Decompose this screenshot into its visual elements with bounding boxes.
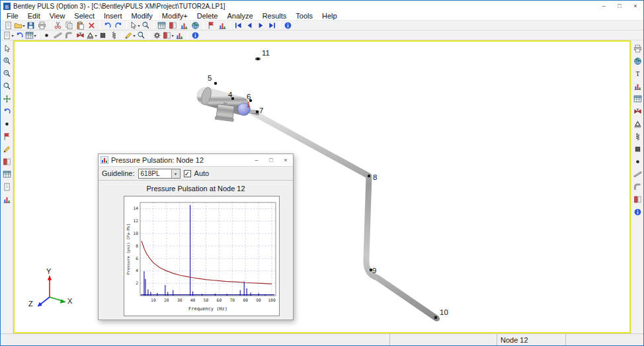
menu-modify[interactable]: Modify: [126, 11, 157, 21]
add-bend-button[interactable]: [63, 30, 75, 40]
chart-view-button[interactable]: [1, 193, 13, 206]
node-pick-button[interactable]: [1, 118, 13, 130]
print-icon: [38, 21, 46, 30]
node-tool-button[interactable]: [632, 155, 643, 168]
open-button[interactable]: ▾: [14, 21, 25, 30]
table-view-button[interactable]: [1, 168, 13, 181]
add-node-button[interactable]: [41, 30, 52, 40]
zoom-in-button[interactable]: [1, 55, 13, 67]
undo-button[interactable]: [102, 21, 113, 30]
sheet-view-button[interactable]: [1, 181, 13, 193]
next-mode-button[interactable]: [255, 21, 266, 30]
minimize-button[interactable]: –: [596, 1, 612, 11]
menu-modify-plus[interactable]: Modify+: [157, 11, 192, 21]
dialog-minimize-button[interactable]: –: [249, 154, 264, 167]
menu-edit[interactable]: Edit: [23, 11, 45, 21]
menu-help[interactable]: Help: [317, 11, 342, 21]
project-icon: [3, 31, 11, 40]
spring-tool-button[interactable]: [632, 130, 643, 143]
analyze-button[interactable]: [151, 30, 163, 40]
copy-button[interactable]: [63, 21, 75, 30]
mass-tool-button[interactable]: [632, 143, 643, 155]
first-mode-button[interactable]: [233, 21, 244, 30]
select-button[interactable]: ▾: [129, 21, 140, 30]
graph-button[interactable]: [217, 21, 228, 30]
zoom-extents-button[interactable]: [140, 21, 151, 30]
redo-button[interactable]: [113, 21, 124, 30]
menu-select[interactable]: Select: [69, 11, 99, 21]
menu-file[interactable]: File: [2, 11, 23, 21]
guideline-combobox[interactable]: 618PL ▾: [138, 169, 181, 179]
auto-checkbox[interactable]: ✓: [184, 170, 191, 177]
input-table-button[interactable]: [156, 21, 167, 30]
node-label-11: 11: [262, 49, 270, 57]
close-button[interactable]: ×: [627, 1, 643, 11]
menu-delete[interactable]: Delete: [192, 11, 223, 21]
delete-button[interactable]: [86, 21, 97, 30]
open-icon: [14, 21, 22, 30]
support-tool-button[interactable]: [632, 118, 643, 130]
save-button[interactable]: [25, 21, 36, 30]
zoom-out-button[interactable]: [1, 67, 13, 80]
title-bar[interactable]: B Bentley PULS (Option 3) - [C:\Bentley\…: [1, 1, 643, 11]
new-button[interactable]: [3, 21, 14, 30]
toolbar-separator: [126, 22, 127, 29]
model-canvas[interactable]: Y X Z Pressure Pulsation: Node 12 –: [13, 40, 631, 333]
measure-button[interactable]: [136, 30, 147, 40]
print-preview-button[interactable]: [632, 42, 643, 55]
annotate-button[interactable]: [1, 143, 13, 155]
doc-tool-button[interactable]: [632, 193, 643, 206]
report-button[interactable]: [167, 21, 179, 30]
pan-button[interactable]: [1, 93, 13, 105]
paste-button[interactable]: [75, 21, 86, 30]
cut-button[interactable]: [52, 21, 63, 30]
menu-results[interactable]: Results: [258, 11, 292, 21]
menu-tools[interactable]: Tools: [291, 11, 317, 21]
properties-button[interactable]: ▾: [124, 30, 136, 40]
select-tool-button[interactable]: [1, 42, 13, 55]
zoom-window-button[interactable]: [1, 80, 13, 93]
maximize-button[interactable]: □: [612, 1, 627, 11]
flag-tool-button[interactable]: [1, 130, 13, 143]
project-button[interactable]: ▾: [3, 30, 14, 40]
status-bar: Node 12: [1, 333, 643, 345]
flags-button[interactable]: [206, 21, 217, 30]
table-view-icon: [3, 170, 11, 179]
add-support-button[interactable]: ▾: [86, 30, 97, 40]
add-pipe-button[interactable]: [52, 30, 63, 40]
add-valve-button[interactable]: [75, 30, 86, 40]
result-graph-button[interactable]: [632, 80, 643, 93]
rotate-view-button[interactable]: [1, 105, 13, 118]
about-button[interactable]: [632, 206, 643, 218]
report-view-button[interactable]: [1, 155, 13, 168]
menu-analyze[interactable]: Analyze: [222, 11, 257, 21]
dialog-maximize-button[interactable]: □: [264, 154, 278, 167]
animate-button[interactable]: [282, 21, 294, 30]
bend-tool-button[interactable]: [632, 181, 643, 193]
last-mode-button[interactable]: [266, 21, 278, 30]
pulsation-button[interactable]: [174, 30, 185, 40]
toolbar-separator: [187, 32, 188, 39]
results-chart-button[interactable]: [179, 21, 190, 30]
combo-dropdown-icon[interactable]: ▾: [171, 169, 180, 178]
grid-toggle-button[interactable]: [632, 93, 643, 105]
print-button[interactable]: [36, 21, 48, 30]
info-button[interactable]: [190, 30, 201, 40]
dropdown-arrow-icon[interactable]: ▾: [34, 33, 36, 38]
model-view-button[interactable]: [190, 21, 201, 30]
add-mass-button[interactable]: [97, 30, 108, 40]
dialog-close-button[interactable]: ×: [278, 154, 293, 167]
add-spring-button[interactable]: [108, 30, 120, 40]
views-button[interactable]: ▾: [25, 30, 36, 40]
prev-mode-button[interactable]: [244, 21, 255, 30]
valve-tool-button[interactable]: [632, 105, 643, 118]
dialog-title-bar[interactable]: Pressure Pulsation: Node 12 – □ ×: [99, 154, 293, 167]
menu-view[interactable]: View: [45, 11, 70, 21]
pressure-pulsation-dialog[interactable]: Pressure Pulsation: Node 12 – □ × Guidel…: [98, 153, 294, 320]
results-button[interactable]: ▾: [163, 30, 174, 40]
pipe-tool-button[interactable]: [632, 168, 643, 181]
refresh-button[interactable]: [14, 30, 25, 40]
menu-insert[interactable]: Insert: [99, 11, 127, 21]
text-tool-button[interactable]: T: [632, 67, 643, 80]
world-view-button[interactable]: [632, 55, 643, 67]
